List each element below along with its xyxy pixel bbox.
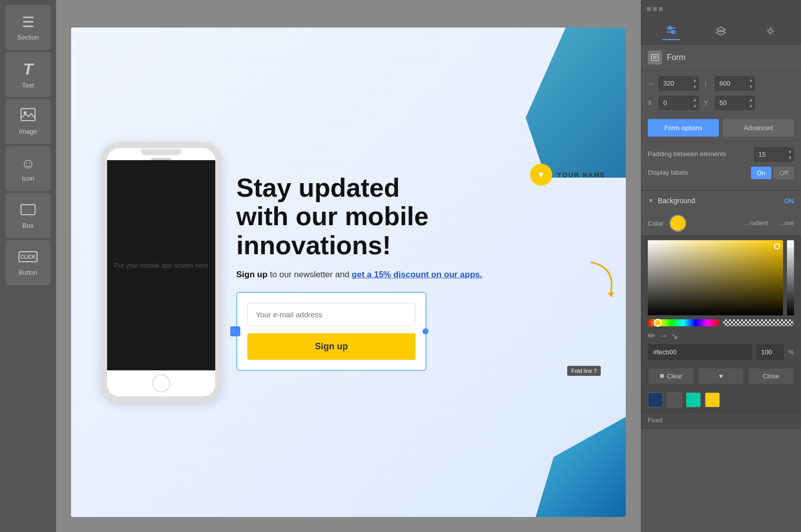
- section-icon: ☰: [22, 14, 35, 31]
- padding-input[interactable]: 15: [754, 147, 786, 162]
- button-icon: CLICK: [19, 250, 38, 266]
- preset-color-1[interactable]: [648, 392, 663, 407]
- padding-label: Padding between elements: [648, 150, 726, 159]
- remove-label: …ove: [778, 220, 794, 227]
- color-circle[interactable]: [669, 215, 686, 232]
- padding-section: Padding between elements 15 ▲ ▼ Display …: [641, 141, 801, 190]
- preset-color-3[interactable]: [686, 392, 701, 407]
- panel-top-bar: [641, 0, 801, 18]
- x-down-arrow[interactable]: ▼: [691, 103, 698, 110]
- background-on-badge: ON: [784, 197, 794, 205]
- y-input-wrapper: 50 ▲ ▼: [715, 96, 755, 110]
- anchor-dot-left: [234, 328, 240, 334]
- panel-tabs: [641, 18, 801, 45]
- icon-icon: ☺: [21, 156, 36, 172]
- clear-button[interactable]: ✖ Clear: [648, 368, 694, 384]
- background-title: Background: [658, 197, 784, 205]
- padding-down-arrow[interactable]: ▼: [786, 155, 793, 161]
- diagonal-icon[interactable]: ↘: [671, 331, 678, 341]
- width-up-arrow[interactable]: ▲: [691, 77, 698, 84]
- page-inner: Put your mobile app screen here ♥ YOUR N…: [71, 28, 626, 517]
- hex-input[interactable]: [648, 344, 752, 360]
- sidebar-item-text-label: Text: [22, 82, 34, 89]
- toggle-off-button[interactable]: Off: [773, 167, 794, 179]
- y-input[interactable]: 50: [715, 96, 747, 110]
- headline-line3: innovations!: [236, 231, 611, 260]
- svg-marker-10: [716, 27, 725, 32]
- signup-button[interactable]: Sign up: [247, 333, 416, 360]
- close-button[interactable]: Close: [748, 368, 794, 384]
- preset-color-4[interactable]: [705, 392, 720, 407]
- padding-up-arrow[interactable]: ▲: [786, 148, 793, 155]
- color-picker-panel: ✏ → ↘ % ✖ Clear ♥ Close: [641, 236, 801, 429]
- sidebar-item-image-label: Image: [19, 128, 37, 135]
- hue-thumb: [654, 319, 662, 327]
- background-section-header[interactable]: ▼ Background ON: [641, 190, 801, 211]
- anchor-dot-right: [423, 328, 429, 334]
- brand-circle: ♥: [530, 164, 552, 186]
- subtext: Sign up to our newsletter and get a 15% …: [236, 270, 611, 280]
- x-up-arrow[interactable]: ▲: [691, 97, 698, 103]
- favorite-button[interactable]: ♥: [698, 368, 744, 384]
- top-dot-3: [659, 7, 663, 11]
- arrow-decoration: [586, 257, 621, 299]
- x-group: X 0 ▲ ▼: [648, 96, 699, 110]
- sliders-row: [641, 319, 801, 330]
- close-label: Close: [762, 372, 779, 380]
- height-up-arrow[interactable]: ▲: [747, 77, 754, 84]
- sidebar-item-box[interactable]: Box: [6, 193, 51, 238]
- sidebar-item-button-label: Button: [19, 269, 38, 276]
- phone-mockup: Put your mobile app screen here: [101, 142, 221, 402]
- width-down-arrow[interactable]: ▼: [691, 84, 698, 90]
- arrow-right-icon[interactable]: →: [659, 331, 667, 340]
- sidebar-item-button[interactable]: CLICK Button: [6, 240, 51, 285]
- svg-point-12: [768, 30, 772, 33]
- hex-row: %: [641, 344, 801, 364]
- subtext-prefix: Sign up: [236, 270, 267, 279]
- sidebar-item-icon[interactable]: ☺ Icon: [6, 146, 51, 191]
- opacity-slider[interactable]: [723, 319, 794, 326]
- tab-layers[interactable]: [712, 22, 730, 40]
- toggle-on-button[interactable]: On: [751, 167, 771, 179]
- preset-color-2[interactable]: [667, 392, 682, 407]
- form-title: Form: [667, 53, 685, 62]
- height-input-wrapper: 600 ▲ ▼: [715, 76, 755, 91]
- canvas-content: Put your mobile app screen here ♥ YOUR N…: [71, 28, 626, 517]
- sidebar-item-section[interactable]: ☰ Section: [6, 5, 51, 50]
- color-gradient-box[interactable]: [648, 240, 783, 315]
- height-icon: ↕: [704, 80, 712, 88]
- x-input-wrapper: 0 ▲ ▼: [659, 96, 699, 110]
- sidebar-item-text[interactable]: T Text: [6, 52, 51, 97]
- hue-slider[interactable]: [648, 319, 719, 326]
- height-input[interactable]: 600: [715, 76, 747, 91]
- tab-settings[interactable]: [761, 22, 779, 40]
- subtext-middle: to our newsletter and: [270, 270, 351, 279]
- sidebar-item-box-label: Box: [23, 222, 34, 229]
- pencil-icon[interactable]: ✏: [648, 330, 655, 341]
- tab-sliders[interactable]: [662, 22, 680, 40]
- clear-label: Clear: [667, 372, 682, 380]
- tab-buttons-row: Form options Advanced: [641, 115, 801, 141]
- y-group: Y 50 ▲ ▼: [704, 96, 755, 110]
- color-picker-cursor: [774, 243, 780, 249]
- opacity-input[interactable]: [756, 344, 784, 360]
- brightness-bar[interactable]: [787, 240, 794, 315]
- image-icon: [21, 108, 36, 125]
- form-icon: [648, 51, 662, 65]
- phone-notch: [141, 149, 181, 155]
- width-input[interactable]: 320: [659, 76, 691, 91]
- form-options-button[interactable]: Form options: [648, 119, 719, 137]
- x-input[interactable]: 0: [659, 96, 691, 110]
- brand-name: YOUR NAME: [557, 171, 606, 179]
- y-up-arrow[interactable]: ▲: [747, 97, 754, 103]
- sidebar-item-image[interactable]: Image: [6, 99, 51, 144]
- x-label: X: [648, 100, 656, 107]
- advanced-button[interactable]: Advanced: [723, 119, 794, 137]
- height-down-arrow[interactable]: ▼: [747, 84, 754, 90]
- bottom-label: Fixed: [641, 411, 801, 429]
- favorite-icon: ♥: [719, 372, 723, 380]
- y-down-arrow[interactable]: ▼: [747, 103, 754, 110]
- text-icon: T: [23, 60, 33, 79]
- canvas-area: Put your mobile app screen here ♥ YOUR N…: [56, 0, 641, 532]
- email-input[interactable]: [247, 303, 416, 326]
